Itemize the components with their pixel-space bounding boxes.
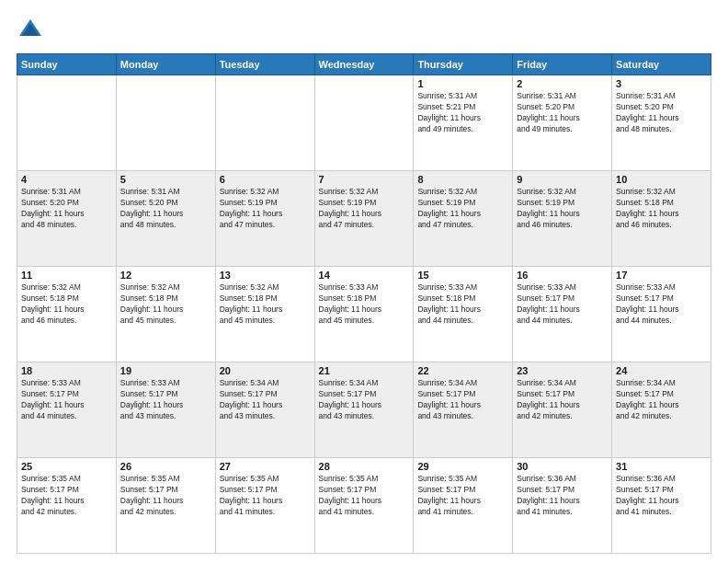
calendar-cell: 27Sunrise: 5:35 AM Sunset: 5:17 PM Dayli… <box>215 458 314 554</box>
day-info: Sunrise: 5:32 AM Sunset: 5:19 PM Dayligh… <box>517 187 608 231</box>
calendar-cell: 6Sunrise: 5:32 AM Sunset: 5:19 PM Daylig… <box>215 171 314 267</box>
day-info: Sunrise: 5:35 AM Sunset: 5:17 PM Dayligh… <box>21 474 112 518</box>
day-number: 25 <box>21 461 112 472</box>
day-info: Sunrise: 5:31 AM Sunset: 5:21 PM Dayligh… <box>417 91 508 135</box>
day-info: Sunrise: 5:33 AM Sunset: 5:17 PM Dayligh… <box>120 378 211 422</box>
day-number: 6 <box>220 174 311 185</box>
day-number: 15 <box>417 270 508 281</box>
calendar-cell: 21Sunrise: 5:34 AM Sunset: 5:17 PM Dayli… <box>314 362 414 458</box>
calendar-cell: 15Sunrise: 5:33 AM Sunset: 5:18 PM Dayli… <box>414 267 513 362</box>
day-number: 17 <box>616 270 707 281</box>
calendar-cell: 9Sunrise: 5:32 AM Sunset: 5:19 PM Daylig… <box>513 171 612 267</box>
calendar-cell: 10Sunrise: 5:32 AM Sunset: 5:18 PM Dayli… <box>612 171 711 267</box>
calendar-cell: 29Sunrise: 5:35 AM Sunset: 5:17 PM Dayli… <box>414 458 513 554</box>
day-number: 20 <box>220 365 311 376</box>
day-info: Sunrise: 5:33 AM Sunset: 5:17 PM Dayligh… <box>21 378 112 422</box>
calendar-cell: 14Sunrise: 5:33 AM Sunset: 5:18 PM Dayli… <box>314 267 414 362</box>
day-info: Sunrise: 5:32 AM Sunset: 5:18 PM Dayligh… <box>220 282 311 327</box>
day-info: Sunrise: 5:32 AM Sunset: 5:18 PM Dayligh… <box>120 282 211 327</box>
day-number: 13 <box>220 270 311 281</box>
day-info: Sunrise: 5:31 AM Sunset: 5:20 PM Dayligh… <box>120 187 211 231</box>
calendar-row-1: 4Sunrise: 5:31 AM Sunset: 5:20 PM Daylig… <box>17 171 711 267</box>
calendar-cell: 18Sunrise: 5:33 AM Sunset: 5:17 PM Dayli… <box>17 362 117 458</box>
calendar-cell: 4Sunrise: 5:31 AM Sunset: 5:20 PM Daylig… <box>17 171 117 267</box>
header <box>17 17 711 44</box>
logo <box>17 17 48 44</box>
day-info: Sunrise: 5:33 AM Sunset: 5:17 PM Dayligh… <box>616 282 707 327</box>
day-info: Sunrise: 5:31 AM Sunset: 5:20 PM Dayligh… <box>517 91 608 135</box>
day-number: 23 <box>517 365 608 376</box>
calendar-cell: 2Sunrise: 5:31 AM Sunset: 5:20 PM Daylig… <box>513 75 612 171</box>
day-number: 28 <box>319 461 410 472</box>
day-number: 16 <box>517 270 608 281</box>
calendar-header-wednesday: Wednesday <box>314 54 414 75</box>
day-number: 11 <box>21 270 112 281</box>
calendar-cell: 16Sunrise: 5:33 AM Sunset: 5:17 PM Dayli… <box>513 267 612 362</box>
day-number: 3 <box>616 78 707 89</box>
calendar-row-4: 25Sunrise: 5:35 AM Sunset: 5:17 PM Dayli… <box>17 458 711 554</box>
day-info: Sunrise: 5:32 AM Sunset: 5:18 PM Dayligh… <box>21 282 112 327</box>
day-info: Sunrise: 5:33 AM Sunset: 5:18 PM Dayligh… <box>417 282 508 327</box>
calendar-row-0: 1Sunrise: 5:31 AM Sunset: 5:21 PM Daylig… <box>17 75 711 171</box>
day-info: Sunrise: 5:33 AM Sunset: 5:17 PM Dayligh… <box>517 282 608 327</box>
day-number: 12 <box>120 270 211 281</box>
calendar-cell: 30Sunrise: 5:36 AM Sunset: 5:17 PM Dayli… <box>513 458 612 554</box>
calendar-cell: 26Sunrise: 5:35 AM Sunset: 5:17 PM Dayli… <box>116 458 215 554</box>
day-number: 30 <box>517 461 608 472</box>
calendar-cell: 19Sunrise: 5:33 AM Sunset: 5:17 PM Dayli… <box>116 362 215 458</box>
day-number: 26 <box>120 461 211 472</box>
day-info: Sunrise: 5:31 AM Sunset: 5:20 PM Dayligh… <box>21 187 112 231</box>
calendar-header-thursday: Thursday <box>414 54 513 75</box>
day-info: Sunrise: 5:35 AM Sunset: 5:17 PM Dayligh… <box>417 474 508 518</box>
day-number: 7 <box>319 174 410 185</box>
calendar-cell <box>215 75 314 171</box>
calendar-header-row: SundayMondayTuesdayWednesdayThursdayFrid… <box>17 54 711 75</box>
day-number: 18 <box>21 365 112 376</box>
calendar-header-sunday: Sunday <box>17 54 117 75</box>
day-info: Sunrise: 5:36 AM Sunset: 5:17 PM Dayligh… <box>616 474 707 518</box>
calendar-cell: 12Sunrise: 5:32 AM Sunset: 5:18 PM Dayli… <box>116 267 215 362</box>
day-number: 27 <box>220 461 311 472</box>
day-info: Sunrise: 5:31 AM Sunset: 5:20 PM Dayligh… <box>616 91 707 135</box>
calendar-cell: 31Sunrise: 5:36 AM Sunset: 5:17 PM Dayli… <box>612 458 711 554</box>
day-info: Sunrise: 5:34 AM Sunset: 5:17 PM Dayligh… <box>616 378 707 422</box>
calendar-cell: 3Sunrise: 5:31 AM Sunset: 5:20 PM Daylig… <box>612 75 711 171</box>
calendar-cell: 17Sunrise: 5:33 AM Sunset: 5:17 PM Dayli… <box>612 267 711 362</box>
calendar-cell: 23Sunrise: 5:34 AM Sunset: 5:17 PM Dayli… <box>513 362 612 458</box>
day-number: 24 <box>616 365 707 376</box>
calendar-cell: 24Sunrise: 5:34 AM Sunset: 5:17 PM Dayli… <box>612 362 711 458</box>
calendar-cell <box>116 75 215 171</box>
day-info: Sunrise: 5:34 AM Sunset: 5:17 PM Dayligh… <box>220 378 311 422</box>
day-number: 5 <box>120 174 211 185</box>
day-number: 1 <box>417 78 508 89</box>
logo-icon <box>17 17 44 44</box>
day-info: Sunrise: 5:34 AM Sunset: 5:17 PM Dayligh… <box>417 378 508 422</box>
calendar-cell: 11Sunrise: 5:32 AM Sunset: 5:18 PM Dayli… <box>17 267 117 362</box>
calendar-cell: 20Sunrise: 5:34 AM Sunset: 5:17 PM Dayli… <box>215 362 314 458</box>
calendar-cell <box>314 75 414 171</box>
calendar-header-friday: Friday <box>513 54 612 75</box>
day-number: 2 <box>517 78 608 89</box>
page: SundayMondayTuesdayWednesdayThursdayFrid… <box>0 0 728 563</box>
calendar-row-3: 18Sunrise: 5:33 AM Sunset: 5:17 PM Dayli… <box>17 362 711 458</box>
calendar-cell: 25Sunrise: 5:35 AM Sunset: 5:17 PM Dayli… <box>17 458 117 554</box>
calendar-header-tuesday: Tuesday <box>215 54 314 75</box>
calendar-cell: 13Sunrise: 5:32 AM Sunset: 5:18 PM Dayli… <box>215 267 314 362</box>
day-number: 10 <box>616 174 707 185</box>
day-number: 19 <box>120 365 211 376</box>
day-info: Sunrise: 5:34 AM Sunset: 5:17 PM Dayligh… <box>517 378 608 422</box>
day-info: Sunrise: 5:33 AM Sunset: 5:18 PM Dayligh… <box>319 282 410 327</box>
day-number: 31 <box>616 461 707 472</box>
day-info: Sunrise: 5:32 AM Sunset: 5:19 PM Dayligh… <box>417 187 508 231</box>
calendar-header-monday: Monday <box>116 54 215 75</box>
day-number: 8 <box>417 174 508 185</box>
day-number: 9 <box>517 174 608 185</box>
calendar-header-saturday: Saturday <box>612 54 711 75</box>
calendar-cell: 22Sunrise: 5:34 AM Sunset: 5:17 PM Dayli… <box>414 362 513 458</box>
calendar-cell: 7Sunrise: 5:32 AM Sunset: 5:19 PM Daylig… <box>314 171 414 267</box>
calendar-cell: 28Sunrise: 5:35 AM Sunset: 5:17 PM Dayli… <box>314 458 414 554</box>
day-number: 22 <box>417 365 508 376</box>
day-info: Sunrise: 5:36 AM Sunset: 5:17 PM Dayligh… <box>517 474 608 518</box>
day-number: 4 <box>21 174 112 185</box>
day-info: Sunrise: 5:35 AM Sunset: 5:17 PM Dayligh… <box>120 474 211 518</box>
